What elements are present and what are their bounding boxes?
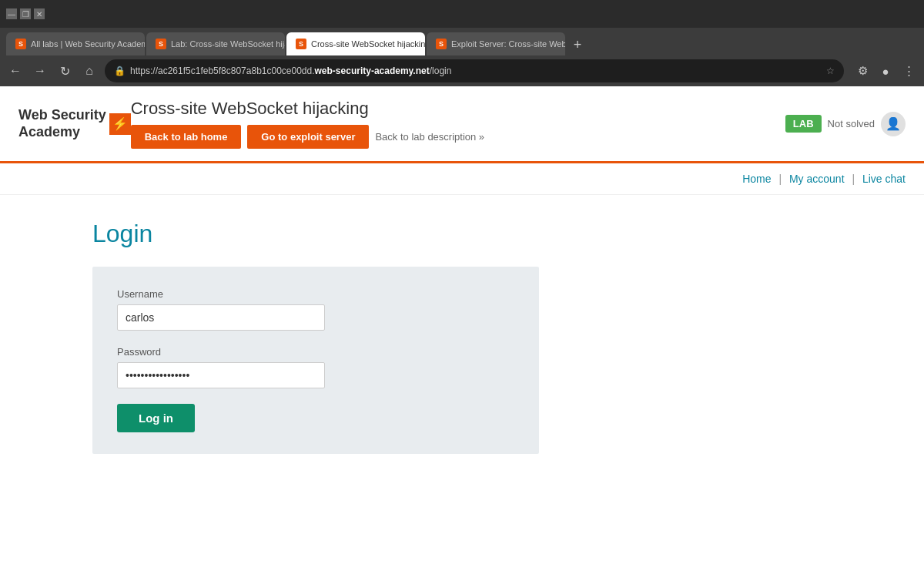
- restore-button[interactable]: ❐: [20, 8, 31, 19]
- close-button[interactable]: ✕: [34, 8, 45, 19]
- user-icon[interactable]: 👤: [881, 112, 906, 136]
- extensions-icon[interactable]: ⚙: [853, 62, 872, 80]
- tab-favicon: S: [436, 39, 447, 49]
- menu-icon[interactable]: ⋮: [899, 62, 918, 80]
- lab-status-text: Not solved: [828, 118, 875, 129]
- back-to-lab-description-link[interactable]: Back to lab description »: [375, 131, 484, 143]
- tab-label: Cross-site WebSocket hijacking: [311, 39, 425, 49]
- lab-buttons: Back to lab home Go to exploit server Ba…: [131, 125, 785, 149]
- tab-favicon: S: [15, 39, 26, 49]
- forward-button[interactable]: →: [31, 62, 49, 80]
- logo-lightning: ⚡: [109, 113, 131, 135]
- login-form-wrapper: Username Password Log in: [92, 267, 539, 454]
- lab-badge: LAB: [785, 115, 822, 133]
- new-tab-button[interactable]: +: [567, 34, 588, 55]
- password-label: Password: [117, 346, 514, 358]
- my-account-link[interactable]: My account: [789, 173, 845, 185]
- profile-icon[interactable]: ●: [876, 62, 895, 80]
- live-chat-link[interactable]: Live chat: [862, 173, 906, 185]
- tab-lab-websocket[interactable]: S Lab: Cross-site WebSocket hija... ✕: [146, 32, 285, 55]
- minimize-button[interactable]: —: [6, 8, 17, 19]
- nav-separator-2: |: [852, 173, 855, 185]
- password-input[interactable]: [117, 362, 325, 388]
- reload-button[interactable]: ↻: [55, 62, 74, 80]
- tab-label: Exploit Server: Cross-site Web...: [451, 39, 565, 49]
- address-bar: ← → ↻ ⌂ 🔒 https://ac261f5c1feb5f8c807a8b…: [0, 55, 924, 86]
- tab-all-labs[interactable]: S All labs | Web Security Academ... ✕: [6, 32, 145, 55]
- tab-label: All labs | Web Security Academ...: [31, 39, 145, 49]
- go-to-exploit-server-button[interactable]: Go to exploit server: [247, 125, 369, 149]
- site-nav: Home | My account | Live chat: [0, 163, 924, 195]
- login-title: Login: [92, 220, 832, 248]
- bookmark-icon[interactable]: ☆: [826, 66, 835, 76]
- password-form-group: Password: [117, 346, 514, 388]
- tab-exploit-server[interactable]: S Exploit Server: Cross-site Web... ✕: [427, 32, 565, 55]
- logo-text-academy: Academy: [18, 124, 106, 141]
- tab-crosssite-websocket[interactable]: S Cross-site WebSocket hijacking ✕: [286, 32, 425, 55]
- tab-favicon: S: [156, 39, 166, 49]
- lab-status-area: LAB Not solved 👤: [785, 112, 906, 136]
- tab-label: Lab: Cross-site WebSocket hija...: [171, 39, 285, 49]
- login-button[interactable]: Log in: [117, 404, 195, 432]
- lab-header: Web Security Academy ⚡ Cross-site WebSoc…: [0, 86, 924, 163]
- lab-title-area: Cross-site WebSocket hijacking Back to l…: [131, 99, 785, 149]
- title-bar: — ❐ ✕: [0, 0, 924, 28]
- lock-icon: 🔒: [114, 66, 126, 76]
- logo-text-web: Web Security: [18, 107, 106, 124]
- username-form-group: Username: [117, 288, 514, 331]
- username-label: Username: [117, 288, 514, 300]
- url-text: https://ac261f5c1feb5f8c807a8b1c00ce00dd…: [130, 66, 451, 76]
- tab-favicon: S: [296, 39, 306, 49]
- logo-text-block: Web Security Academy: [18, 107, 106, 140]
- main-area: Login Username Password Log in: [0, 195, 924, 479]
- username-input[interactable]: [117, 304, 325, 331]
- window-controls[interactable]: — ❐ ✕: [6, 8, 45, 19]
- browser-chrome: — ❐ ✕ S All labs | Web Security Academ..…: [0, 0, 924, 86]
- logo-wrapper: Web Security Academy ⚡: [18, 107, 131, 140]
- page-content: Web Security Academy ⚡ Cross-site WebSoc…: [0, 86, 924, 578]
- url-icons: ☆: [826, 66, 835, 76]
- nav-separator-1: |: [778, 173, 782, 185]
- back-button[interactable]: ←: [6, 62, 25, 80]
- tabs-bar: S All labs | Web Security Academ... ✕ S …: [0, 28, 924, 55]
- url-box[interactable]: 🔒 https://ac261f5c1feb5f8c807a8b1c00ce00…: [105, 59, 844, 82]
- lab-title: Cross-site WebSocket hijacking: [131, 99, 785, 119]
- home-button[interactable]: ⌂: [80, 62, 99, 80]
- home-link[interactable]: Home: [742, 173, 771, 185]
- back-to-lab-home-button[interactable]: Back to lab home: [131, 125, 242, 149]
- toolbar-icons: ⚙ ● ⋮: [853, 62, 918, 80]
